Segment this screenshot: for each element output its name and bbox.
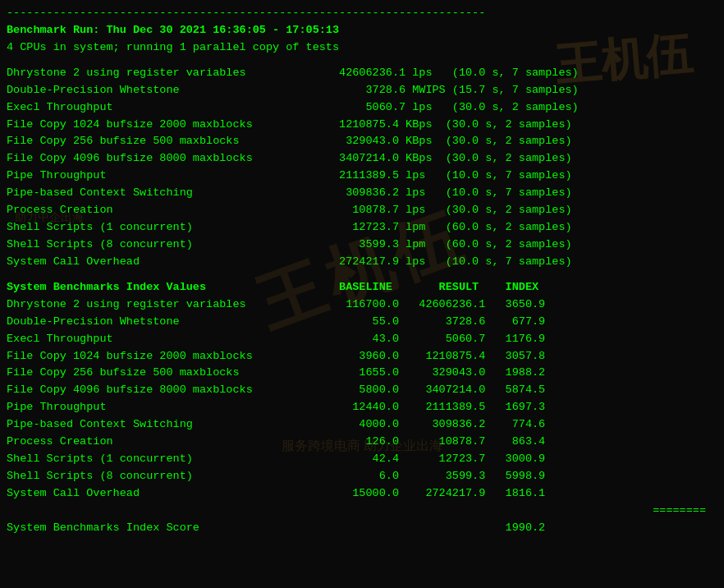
equals-separator: ========	[7, 503, 717, 520]
result-filecopy256: File Copy 256 bufsize 500 maxblocks 3290…	[7, 133, 717, 150]
result-whetstone: Double-Precision Whetstone 3728.6 MWIPS …	[7, 82, 717, 99]
result-execl: Execl Throughput 5060.7 lps (30.0 s, 2 s…	[7, 99, 717, 117]
result-dhrystone2: Dhrystone 2 using register variables 426…	[7, 65, 717, 82]
separator-top: ----------------------------------------…	[7, 5, 717, 22]
index-pipe-context: Pipe-based Context Switching 4000.0 3098…	[7, 416, 717, 434]
index-execl: Execl Throughput 43.0 5060.7 1176.9	[7, 331, 717, 348]
cpu-info-line: 4 CPUs in system; running 1 parallel cop…	[7, 39, 717, 57]
result-filecopy4096: File Copy 4096 bufsize 8000 maxblocks 34…	[7, 150, 717, 168]
result-process-creation: Process Creation 10878.7 lps (30.0 s, 2 …	[7, 202, 717, 219]
index-shell8: Shell Scripts (8 concurrent) 6.0 3599.3 …	[7, 468, 717, 485]
score-line: System Benchmarks Index Score 1990.2	[7, 520, 717, 537]
terminal-output: 王机伍 王机伍 服务跨境电商 助力企业出海 助力中企出海 -----------…	[7, 5, 717, 537]
result-pipe-context: Pipe-based Context Switching 309836.2 lp…	[7, 185, 717, 202]
index-whetstone: Double-Precision Whetstone 55.0 3728.6 6…	[7, 314, 717, 331]
index-header: System Benchmarks Index Values BASELINE …	[7, 279, 717, 296]
index-filecopy1024: File Copy 1024 bufsize 2000 maxblocks 39…	[7, 348, 717, 365]
result-pipe-throughput: Pipe Throughput 2111389.5 lps (10.0 s, 7…	[7, 168, 717, 185]
index-pipe-throughput: Pipe Throughput 12440.0 2111389.5 1697.3	[7, 399, 717, 416]
index-shell1: Shell Scripts (1 concurrent) 42.4 12723.…	[7, 451, 717, 468]
index-dhrystone2: Dhrystone 2 using register variables 116…	[7, 296, 717, 314]
benchmark-run-line: Benchmark Run: Thu Dec 30 2021 16:36:05 …	[7, 22, 717, 39]
index-filecopy256: File Copy 256 bufsize 500 maxblocks 1655…	[7, 365, 717, 382]
result-syscall: System Call Overhead 2724217.9 lps (10.0…	[7, 254, 717, 271]
result-filecopy1024: File Copy 1024 bufsize 2000 maxblocks 12…	[7, 117, 717, 134]
result-shell1: Shell Scripts (1 concurrent) 12723.7 lpm…	[7, 219, 717, 237]
result-shell8: Shell Scripts (8 concurrent) 3599.3 lpm …	[7, 237, 717, 254]
index-filecopy4096: File Copy 4096 bufsize 8000 maxblocks 58…	[7, 382, 717, 399]
index-process-creation: Process Creation 126.0 10878.7 863.4	[7, 434, 717, 451]
index-syscall: System Call Overhead 15000.0 2724217.9 1…	[7, 485, 717, 503]
